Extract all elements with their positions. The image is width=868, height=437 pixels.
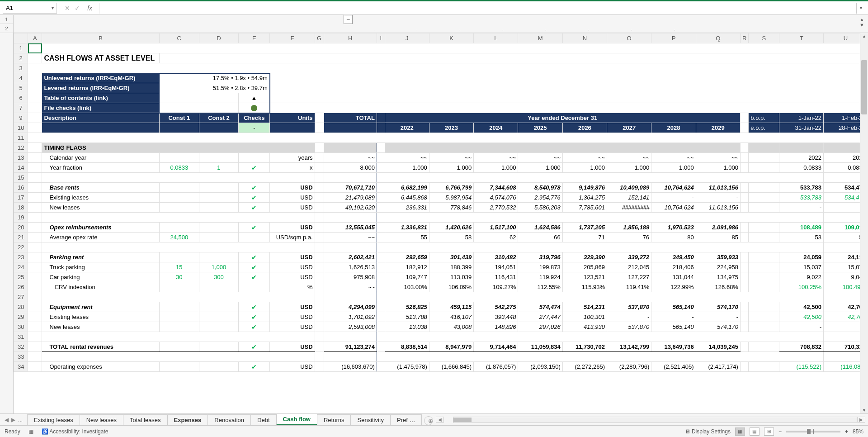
row-header[interactable]: 2 [14,53,28,63]
zoom-out-button[interactable]: − [778,428,782,435]
row-header[interactable]: 31 [14,332,28,342]
macro-record-icon[interactable]: ▦ [28,428,33,435]
row-header[interactable]: 1 [14,43,28,53]
row-header[interactable]: 23 [14,252,28,262]
row-header[interactable]: 24 [14,262,28,272]
scroll-up-icon[interactable]: ▲ [860,34,868,38]
spreadsheet-grid[interactable]: A B C D E F G H I J K L M N O P Q [14,33,868,372]
row-header[interactable]: 15 [14,173,28,183]
sheet-tab[interactable]: Total leases [123,414,168,425]
view-normal-icon[interactable]: ▦ [735,428,745,436]
col-header[interactable]: B [42,33,160,43]
vertical-scrollbar[interactable]: ▲ ▼ [860,33,868,413]
row-header[interactable]: 26 [14,282,28,292]
col-header[interactable]: M [518,33,562,43]
name-box-dropdown-icon[interactable]: ▾ [52,5,54,10]
row-header[interactable]: 29 [14,312,28,322]
row-header[interactable]: 7 [14,103,28,113]
hscroll-left-icon[interactable]: ◀ [436,417,444,423]
tab-nav-prev-icon[interactable]: ◀ [5,417,9,423]
cell-A1[interactable] [28,43,42,53]
tab-nav-next-icon[interactable]: ▶ [11,417,15,423]
col-header[interactable]: J [385,33,429,43]
col-header[interactable]: D [199,33,239,43]
col-header[interactable]: N [562,33,607,43]
row-header[interactable]: 33 [14,352,28,362]
display-settings-button[interactable]: 🖥 Display Settings [685,428,731,435]
sheet-tab[interactable]: Renovation [208,414,251,425]
col-header[interactable]: E [239,33,270,43]
row-header[interactable]: 19 [14,213,28,223]
col-header[interactable]: S [749,33,779,43]
row-header[interactable]: 13 [14,153,28,163]
hscroll-right-icon[interactable]: ▶ [857,417,865,423]
col-header[interactable]: Q [696,33,740,43]
fx-label[interactable]: fx [85,5,95,12]
hscroll-thumb[interactable] [453,418,472,422]
row-header[interactable]: 27 [14,292,28,302]
cancel-icon[interactable]: ✕ [65,5,70,12]
zoom-in-button[interactable]: + [845,428,848,435]
formula-input[interactable] [103,3,854,14]
col-header[interactable]: G [315,33,324,43]
sheet-tab[interactable]: Returns [317,414,351,425]
row-header[interactable]: 22 [14,242,28,252]
col-header[interactable]: R [740,33,748,43]
row-header[interactable]: 20 [14,223,28,233]
sheet-tab-expenses[interactable]: Expenses [167,414,208,425]
row-header[interactable]: 18 [14,203,28,213]
horizontal-scrollbar[interactable] [453,417,857,423]
row-header[interactable]: 25 [14,272,28,282]
col-header[interactable]: P [651,33,696,43]
outline-level-1[interactable]: 1 [0,15,13,24]
col-header[interactable]: K [429,33,473,43]
view-page-break-icon[interactable]: ⊞ [764,428,774,436]
zoom-percent[interactable]: 85% [853,428,863,435]
row-header[interactable]: 5 [14,83,28,93]
col-header[interactable]: F [270,33,315,43]
row-header[interactable]: 3 [14,63,28,73]
col-header[interactable]: I [377,33,385,43]
accessibility-status[interactable]: ♿ Accessibility: Investigate [42,428,108,435]
sheet-tab[interactable]: Sensitivity [350,414,391,425]
row-header[interactable]: 17 [14,193,28,203]
col-header[interactable]: H [324,33,377,43]
outline-level-2[interactable]: 2 [0,24,13,33]
row-header[interactable]: 30 [14,322,28,332]
row-header[interactable]: 34 [14,362,28,372]
toc-label[interactable]: Table of contents (link) [42,93,160,103]
row-header[interactable]: 9 [14,113,28,123]
toc-triangle-icon[interactable]: ▲ [239,93,270,103]
tab-nav-overflow[interactable]: ... [18,417,23,423]
vscroll-thumb[interactable] [861,60,867,114]
row-header[interactable]: 10 [14,123,28,133]
outline-collapse-button[interactable]: − [344,15,353,24]
sheet-tab[interactable]: New leases [80,414,123,425]
grid-scroll[interactable]: A B C D E F G H I J K L M N O P Q [14,33,868,413]
row-header[interactable]: 6 [14,93,28,103]
outline-up-icon[interactable]: ▲ [859,17,864,22]
file-checks-label[interactable]: File checks (link) [42,103,160,113]
row-header[interactable]: 16 [14,183,28,193]
sheet-tab-active[interactable]: Cash flow [276,413,317,425]
view-page-layout-icon[interactable]: ▤ [750,428,760,436]
sheet-tab[interactable]: Existing leases [27,414,80,425]
add-sheet-button[interactable]: ⊕ [424,416,433,425]
col-header[interactable]: L [474,33,518,43]
select-all-cell[interactable] [14,33,28,43]
row-header[interactable]: 21 [14,233,28,242]
confirm-icon[interactable]: ✓ [75,5,80,12]
row-header[interactable]: 4 [14,73,28,83]
formula-expand-icon[interactable]: ▾ [856,3,865,14]
sheet-tab[interactable]: Pref … [390,414,422,425]
col-header[interactable]: C [159,33,199,43]
row-header[interactable]: 14 [14,163,28,173]
scroll-down-icon[interactable]: ▼ [860,408,868,413]
sheet-tab[interactable]: Debt [250,414,276,425]
col-header[interactable]: A [28,33,42,43]
row-header[interactable]: 32 [14,342,28,352]
name-box[interactable]: A1 ▾ [3,3,57,14]
row-header[interactable]: 28 [14,302,28,312]
col-header[interactable]: O [607,33,651,43]
row-header[interactable]: 12 [14,143,28,153]
